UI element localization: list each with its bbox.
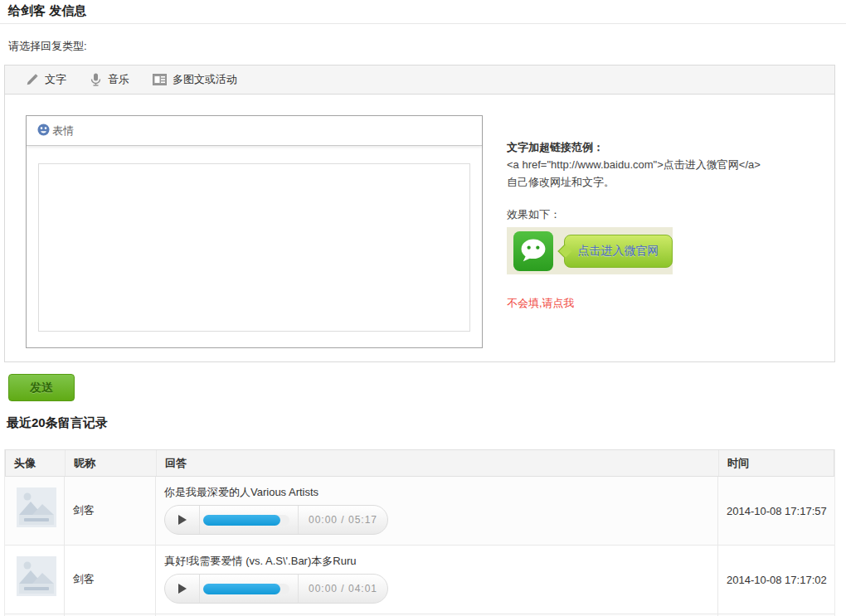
col-header-answer: 回答 — [157, 450, 719, 476]
tab-text[interactable]: 文字 — [26, 72, 66, 87]
help-example-note: 自己修改网址和文字。 — [507, 173, 830, 191]
avatar-placeholder-image — [17, 556, 56, 596]
col-header-avatar: 头像 — [6, 450, 66, 476]
preview-link-bubble[interactable]: 点击进入微官网 — [564, 235, 673, 268]
send-button[interactable]: 发送 — [8, 374, 75, 401]
progress-bar[interactable] — [200, 575, 298, 603]
avatar-placeholder-image — [17, 487, 56, 527]
wechat-icon — [513, 231, 553, 271]
progress-track — [203, 584, 289, 594]
records-heading: 最近20条留言记录 — [7, 415, 108, 431]
song-title: 你是我最深爱的人Various Artists — [164, 484, 717, 500]
audio-player: 00:00 / 05:17 — [164, 505, 388, 535]
reply-type-label: 请选择回复类型: — [8, 39, 87, 54]
audio-player: 00:00 / 04:01 — [164, 574, 388, 604]
editor-toolbar: 表情 — [27, 116, 482, 146]
nickname-cell: 剑客 — [65, 477, 156, 545]
reply-type-tabbar: 文字 音乐 多图文或活动 — [5, 65, 834, 95]
play-icon — [178, 584, 187, 594]
progress-track — [203, 515, 289, 526]
pencil-icon — [26, 73, 39, 86]
song-title: 真好!我需要爱情 (vs. A.S\'.Bar)本多Ruru — [164, 553, 717, 569]
editor-body — [27, 146, 482, 335]
progress-fill — [203, 515, 280, 526]
help-effect-label: 效果如下： — [507, 206, 830, 223]
answer-cell: 真好!我需要爱情 (vs. A.S\'.Bar)本多Ruru 00:00 / 0… — [156, 546, 718, 614]
emoji-button-label: 表情 — [52, 124, 74, 138]
progress-fill — [203, 584, 280, 594]
title-divider — [0, 23, 846, 24]
records-table: 头像 昵称 回答 时间 剑客 你是我最深爱的人Various Artists 0… — [4, 449, 835, 616]
timestamp-cell: 2014-10-08 17:17:02 — [718, 546, 834, 614]
table-header-row: 头像 昵称 回答 时间 — [5, 449, 834, 477]
player-time: 00:00 / 04:01 — [298, 575, 387, 603]
play-button[interactable] — [165, 575, 200, 603]
compose-panel: 文字 音乐 多图文或活动 表情 — [4, 65, 835, 362]
help-link[interactable]: 不会填,请点我 — [507, 294, 575, 312]
nickname-cell: 剑客 — [65, 546, 156, 614]
col-header-time: 时间 — [719, 450, 834, 476]
message-textarea[interactable] — [38, 163, 470, 332]
emoji-button[interactable]: 表情 — [37, 124, 74, 138]
timestamp-cell: 2014-10-08 17:17:57 — [718, 477, 834, 545]
smiley-icon — [37, 124, 50, 138]
answer-cell: 你是我最深爱的人Various Artists 00:00 / 05:17 — [156, 477, 718, 545]
help-example-title: 文字加超链接范例： — [507, 138, 830, 156]
tab-music-label: 音乐 — [108, 72, 129, 87]
article-icon — [153, 74, 167, 85]
avatar-cell — [5, 546, 65, 614]
message-editor: 表情 — [26, 115, 483, 348]
tab-music[interactable]: 音乐 — [90, 72, 129, 87]
tab-rich-media-label: 多图文或活动 — [173, 72, 237, 87]
hyperlink-help: 文字加超链接范例： <a href="http://www.baidu.com"… — [507, 138, 830, 312]
help-example-code: <a href="http://www.baidu.com">点击进入微官网</… — [507, 156, 830, 173]
table-row: 剑客 真好!我需要爱情 (vs. A.S\'.Bar)本多Ruru 00:00 … — [5, 546, 834, 614]
player-time: 00:00 / 05:17 — [298, 506, 387, 534]
table-row: 剑客 你是我最深爱的人Various Artists 00:00 / 05:17… — [5, 477, 834, 546]
col-header-nickname: 昵称 — [66, 450, 157, 476]
avatar-cell — [5, 477, 65, 545]
tab-text-label: 文字 — [45, 72, 66, 87]
link-effect-preview: 点击进入微官网 — [507, 227, 673, 274]
play-button[interactable] — [165, 506, 200, 534]
microphone-icon — [90, 73, 102, 86]
page-title: 给剑客 发信息 — [8, 3, 86, 19]
tab-rich-media[interactable]: 多图文或活动 — [153, 72, 237, 87]
progress-bar[interactable] — [200, 506, 298, 534]
page: 给剑客 发信息 请选择回复类型: 文字 音乐 多图文或活动 — [0, 0, 846, 616]
play-icon — [178, 515, 187, 525]
